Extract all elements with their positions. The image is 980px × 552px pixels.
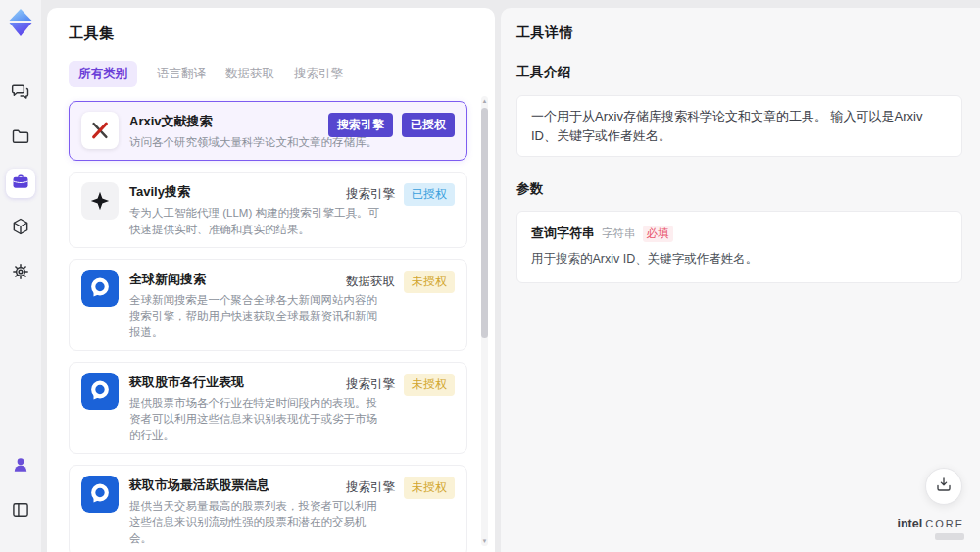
user-avatar-icon	[11, 455, 30, 478]
panel-toggle-icon	[11, 500, 30, 524]
brand-core: core	[925, 518, 964, 529]
tool-badges: 搜索引擎未授权	[346, 477, 455, 499]
category-tag: 搜索引擎	[346, 186, 395, 203]
auth-badge: 已授权	[402, 113, 455, 137]
tool-description: 专为人工智能代理 (LLM) 构建的搜索引擎工具。可快速提供实时、准确和真实的结…	[129, 205, 379, 237]
category-tag: 数据获取	[346, 274, 395, 290]
auth-badge: 未授权	[404, 271, 455, 293]
tool-card[interactable]: Tavily搜索专为人工智能代理 (LLM) 构建的搜索引擎工具。可快速提供实时…	[69, 172, 467, 248]
tool-badges: 搜索引擎已授权	[346, 183, 455, 206]
tool-card[interactable]: Arxiv文献搜索访问各个研究领域大量科学论文和文章的存储库。搜索引擎已授权	[69, 101, 467, 161]
folder-icon	[11, 126, 30, 150]
toolset-panel: 工具集 所有类别语言翻译数据获取搜索引擎 Arxiv文献搜索访问各个研究领域大量…	[47, 8, 495, 552]
intel-core-logo: intel core	[898, 517, 964, 540]
param-description: 用于搜索的Arxiv ID、关键字或作者姓名。	[531, 251, 948, 268]
params-heading: 参数	[516, 180, 962, 198]
tool-description: 全球新闻搜索是一个聚合全球各大新闻网站内容的搜索引擎，帮助用户快速获取全球最新资…	[129, 292, 379, 340]
sidebar-item-chat[interactable]	[6, 78, 35, 108]
sidebar-item-models[interactable]	[6, 214, 35, 243]
category-tab-0[interactable]: 所有类别	[69, 61, 137, 87]
tool-list: Arxiv文献搜索访问各个研究领域大量科学论文和文章的存储库。搜索引擎已授权Ta…	[69, 101, 467, 552]
auth-badge: 已授权	[404, 183, 455, 206]
param-head: 查询字符串 字符串 必填	[531, 225, 948, 242]
sidebar-item-settings[interactable]	[6, 259, 35, 288]
briefcase-icon	[11, 172, 30, 195]
app-logo-icon	[8, 8, 33, 41]
param-name: 查询字符串	[531, 225, 595, 242]
tool-card[interactable]: 获取股市各行业表现提供股票市场各个行业在特定时间段内的表现。投资者可以利用这些信…	[69, 362, 467, 454]
intro-text: 一个用于从Arxiv存储库搜索科学论文和文章的工具。 输入可以是Arxiv ID…	[531, 109, 922, 143]
news-icon	[81, 270, 119, 307]
download-button[interactable]	[925, 468, 962, 505]
tool-details-panel: 工具详情 工具介绍 一个用于从Arxiv存储库搜索科学论文和文章的工具。 输入可…	[501, 8, 980, 552]
news-icon	[81, 373, 119, 410]
details-title: 工具详情	[516, 25, 962, 42]
category-tab-1[interactable]: 语言翻译	[157, 61, 206, 87]
page-title: 工具集	[69, 25, 495, 43]
tool-card[interactable]: 获取市场最活跃股票信息提供当天交易量最高的股票列表，投资者可以利用这些信息来识别…	[69, 465, 467, 552]
category-tag: 搜索引擎	[328, 113, 393, 137]
tool-badges: 搜索引擎未授权	[346, 374, 455, 396]
main-area: 工具集 所有类别语言翻译数据获取搜索引擎 Arxiv文献搜索访问各个研究领域大量…	[41, 8, 980, 552]
auth-badge: 未授权	[404, 374, 455, 396]
sidebar-item-account[interactable]	[6, 452, 35, 481]
tool-description: 提供当天交易量最高的股票列表，投资者可以利用这些信息来识别流动性强的股票和潜在的…	[129, 498, 379, 546]
brand-sub-bar	[935, 533, 964, 540]
tool-badges: 数据获取未授权	[346, 271, 455, 293]
category-tab-3[interactable]: 搜索引擎	[294, 61, 343, 87]
sidebar-item-collapse[interactable]	[6, 497, 35, 527]
param-type: 字符串	[602, 226, 636, 241]
arxiv-icon	[81, 112, 119, 149]
intro-box: 一个用于从Arxiv存储库搜索科学论文和文章的工具。 输入可以是Arxiv ID…	[516, 95, 962, 157]
param-required-badge: 必填	[643, 226, 673, 242]
brand-intel: intel	[898, 517, 923, 530]
news-icon	[81, 476, 119, 513]
scroll-down-icon[interactable]: ▼	[481, 536, 488, 546]
sidebar-rail	[0, 0, 41, 552]
cube-icon	[11, 217, 30, 240]
tool-badges: 搜索引擎已授权	[328, 113, 455, 137]
category-tabs: 所有类别语言翻译数据获取搜索引擎	[69, 61, 495, 87]
download-icon	[935, 476, 953, 497]
scroll-up-icon[interactable]: ▲	[481, 96, 488, 106]
scrollbar[interactable]: ▲ ▼	[481, 96, 488, 546]
scrollbar-thumb[interactable]	[481, 108, 488, 338]
auth-badge: 未授权	[404, 477, 455, 499]
tool-description: 提供股票市场各个行业在特定时间段内的表现。投资者可以利用这些信息来识别表现优于或…	[129, 395, 379, 443]
category-tag: 搜索引擎	[346, 376, 395, 393]
category-tag: 搜索引擎	[346, 479, 395, 496]
category-tab-2[interactable]: 数据获取	[225, 61, 274, 87]
chat-icon	[11, 81, 30, 105]
param-box: 查询字符串 字符串 必填 用于搜索的Arxiv ID、关键字或作者姓名。	[516, 211, 962, 283]
sidebar-item-files[interactable]	[6, 124, 35, 153]
gear-icon	[11, 262, 30, 285]
intro-heading: 工具介绍	[516, 64, 962, 81]
tool-card[interactable]: 全球新闻搜索全球新闻搜索是一个聚合全球各大新闻网站内容的搜索引擎，帮助用户快速获…	[69, 259, 467, 351]
sidebar-item-toolset[interactable]	[6, 169, 35, 198]
sparkle-icon	[81, 182, 119, 220]
